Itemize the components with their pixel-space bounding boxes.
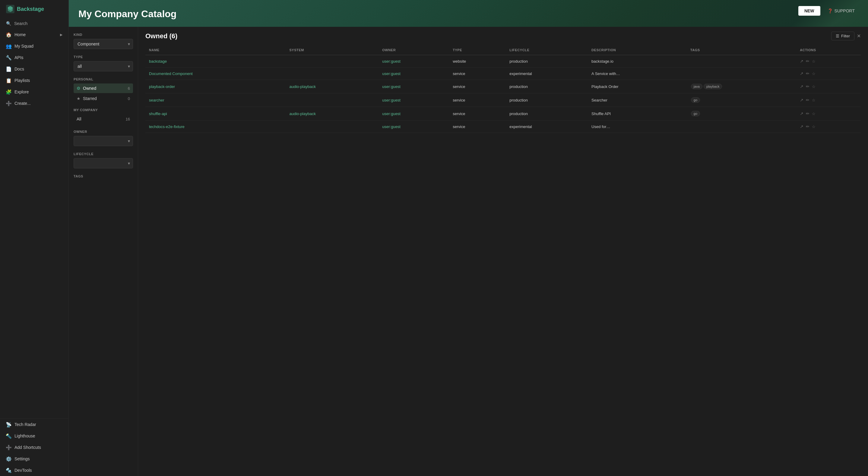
filter-owned-label: Owned: [83, 86, 96, 91]
devtools-icon: 🔩: [6, 468, 11, 473]
cell-name: shuffle-api: [145, 107, 286, 121]
sidebar-item-playlists-label: Playlists: [14, 78, 30, 83]
cell-owner: user:guest: [378, 67, 449, 80]
table-row: shuffle-api audio-playback user:guest se…: [145, 107, 861, 121]
lighthouse-icon: 🔦: [6, 433, 11, 439]
owned-icon: ⚙: [76, 86, 81, 91]
favorite-icon[interactable]: ☆: [812, 125, 815, 129]
system-link[interactable]: audio-playback: [289, 84, 315, 89]
sidebar-item-add-shortcuts-label: Add Shortcuts: [14, 445, 41, 450]
tags-filter-label: TAGS: [73, 174, 133, 178]
sidebar-item-create[interactable]: ➕ Create...: [0, 98, 68, 109]
external-link-icon[interactable]: ↗: [800, 71, 803, 76]
entity-name-link[interactable]: shuffle-api: [149, 111, 167, 116]
external-link-icon[interactable]: ↗: [800, 84, 803, 89]
lifecycle-select[interactable]: [73, 158, 133, 168]
cell-description: Searcher: [588, 93, 687, 107]
external-link-icon[interactable]: ↗: [800, 59, 803, 64]
table-title: Owned (6): [145, 32, 177, 40]
filter-lines-icon: ☰: [836, 34, 839, 38]
col-type: TYPE: [449, 45, 506, 55]
filter-all-company[interactable]: All 16: [73, 114, 133, 124]
favorite-icon[interactable]: ☆: [812, 111, 815, 116]
edit-icon[interactable]: ✏: [806, 98, 809, 102]
favorite-icon[interactable]: ☆: [812, 71, 815, 76]
support-button[interactable]: ❓ SUPPORT: [824, 6, 858, 16]
cell-actions: ↗ ✏ ☆: [796, 107, 861, 121]
owner-link[interactable]: user:guest: [382, 111, 401, 116]
owner-select[interactable]: [73, 136, 133, 146]
cell-tags: [687, 67, 796, 80]
favorite-icon[interactable]: ☆: [812, 59, 815, 64]
entity-name-link[interactable]: playback-order: [149, 84, 175, 89]
sidebar-item-devtools[interactable]: 🔩 DevTools: [0, 465, 68, 476]
owner-link[interactable]: user:guest: [382, 71, 401, 76]
filter-starred[interactable]: ★ Starred 0: [73, 94, 133, 103]
external-link-icon[interactable]: ↗: [800, 111, 803, 116]
edit-icon[interactable]: ✏: [806, 111, 809, 116]
sidebar-item-lighthouse[interactable]: 🔦 Lighthouse: [0, 430, 68, 442]
sidebar-item-settings[interactable]: ⚙️ Settings: [0, 453, 68, 465]
tag-badge[interactable]: go: [691, 111, 700, 116]
sidebar-item-tech-radar[interactable]: 📡 Tech Radar: [0, 419, 68, 430]
search-item[interactable]: 🔍 Search: [0, 18, 68, 29]
main-content: My Company Catalog NEW ❓ SUPPORT Kind Co…: [69, 0, 868, 476]
cell-type: service: [449, 80, 506, 93]
cell-lifecycle: production: [506, 107, 588, 121]
edit-icon[interactable]: ✏: [806, 59, 809, 64]
sidebar-item-explore[interactable]: 🧩 Explore: [0, 86, 68, 98]
cell-lifecycle: production: [506, 93, 588, 107]
cell-owner: user:guest: [378, 107, 449, 121]
favorite-icon[interactable]: ☆: [812, 98, 815, 102]
entity-name-link[interactable]: searcher: [149, 98, 164, 102]
filter-all-count: 16: [126, 117, 130, 122]
tag-badge[interactable]: playback: [704, 84, 722, 89]
filter-close-button[interactable]: ✕: [857, 33, 861, 39]
entity-name-link[interactable]: techdocs-e2e-fixture: [149, 125, 185, 129]
sidebar-item-home[interactable]: 🏠 Home ▶: [0, 29, 68, 40]
table-header-row: NAME SYSTEM OWNER TYPE LIFECYCLE DESCRIP…: [145, 45, 861, 55]
sidebar-item-apis[interactable]: 🔧 APIs: [0, 52, 68, 63]
search-icon: 🔍: [6, 21, 11, 26]
favorite-icon[interactable]: ☆: [812, 84, 815, 89]
new-button[interactable]: NEW: [798, 6, 820, 16]
settings-icon: ⚙️: [6, 456, 11, 462]
owner-link[interactable]: user:guest: [382, 98, 401, 102]
sidebar-item-docs-label: Docs: [14, 67, 24, 71]
edit-icon[interactable]: ✏: [806, 84, 809, 89]
tech-radar-icon: 📡: [6, 422, 11, 427]
sidebar-item-add-shortcuts[interactable]: ➕ Add Shortcuts: [0, 442, 68, 453]
owner-link[interactable]: user:guest: [382, 59, 401, 64]
sidebar-item-playlists[interactable]: 📋 Playlists: [0, 75, 68, 86]
external-link-icon[interactable]: ↗: [800, 124, 803, 129]
external-link-icon[interactable]: ↗: [800, 98, 803, 102]
sidebar-item-apis-label: APIs: [14, 55, 24, 60]
entity-name-link[interactable]: Documented Component: [149, 71, 193, 76]
table-row: backstage user:guest website production …: [145, 55, 861, 67]
cell-tags: go: [687, 93, 796, 107]
cell-description: Used for…: [588, 121, 687, 133]
sidebar-logo[interactable]: Backstage: [0, 0, 68, 18]
edit-icon[interactable]: ✏: [806, 124, 809, 129]
system-link[interactable]: audio-playback: [289, 111, 315, 116]
filter-owned[interactable]: ⚙ Owned 6: [73, 83, 133, 93]
entity-name-link[interactable]: backstage: [149, 59, 167, 64]
edit-icon[interactable]: ✏: [806, 71, 809, 76]
owner-link[interactable]: user:guest: [382, 125, 401, 129]
cell-type: service: [449, 107, 506, 121]
sidebar-item-docs[interactable]: 📄 Docs: [0, 63, 68, 75]
personal-section-label: PERSONAL: [73, 77, 133, 81]
kind-select[interactable]: Component API Library Template System Do…: [73, 39, 133, 49]
tag-badge[interactable]: go: [691, 97, 700, 103]
cell-description: Playback Order: [588, 80, 687, 93]
filter-button[interactable]: ☰ Filter: [831, 32, 855, 40]
owner-link[interactable]: user:guest: [382, 84, 401, 89]
table-row: playback-order audio-playback user:guest…: [145, 80, 861, 93]
type-select[interactable]: all service website library: [73, 61, 133, 71]
page-title: My Company Catalog: [79, 8, 858, 20]
cell-name: Documented Component: [145, 67, 286, 80]
tag-badge[interactable]: java: [691, 84, 703, 89]
sidebar-item-my-squad[interactable]: 👥 My Squad: [0, 40, 68, 52]
cell-name: playback-order: [145, 80, 286, 93]
app-name: Backstage: [17, 6, 44, 12]
